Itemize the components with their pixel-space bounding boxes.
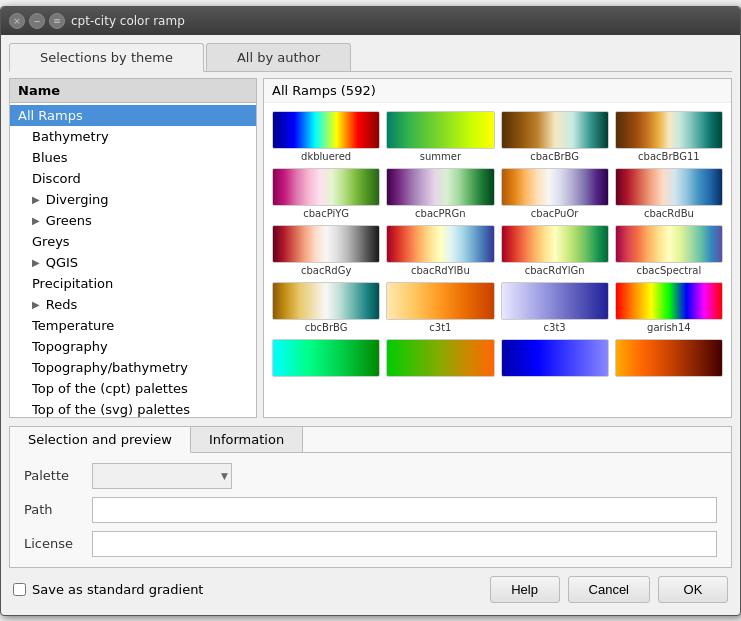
ramp-row5r2[interactable] [386, 339, 494, 379]
ramp-swatch [501, 168, 609, 206]
footer-buttons: Help Cancel OK [490, 576, 728, 603]
ramp-label: summer [420, 151, 461, 162]
ramp-row5r1[interactable] [272, 339, 380, 379]
ramp-cbacprgn[interactable]: cbacPRGn [386, 168, 494, 219]
path-label: Path [24, 502, 84, 517]
ramp-garish14[interactable]: garish14 [615, 282, 723, 333]
path-input[interactable] [92, 497, 717, 523]
titlebar: × − ≡ cpt-city color ramp [1, 7, 740, 35]
tree-item-top-cpt[interactable]: Top of the (cpt) palettes [10, 378, 256, 399]
save-standard-checkbox[interactable] [13, 583, 26, 596]
tree-item-top-svg[interactable]: Top of the (svg) palettes [10, 399, 256, 417]
arrow-icon: ▶ [32, 299, 40, 310]
tree-item-label: All Ramps [18, 108, 83, 123]
tree-item-reds[interactable]: ▶ Reds [10, 294, 256, 315]
ramp-cbacspectral[interactable]: cbacSpectral [615, 225, 723, 276]
tree-item-greens[interactable]: ▶ Greens [10, 210, 256, 231]
ramp-swatch [501, 339, 609, 377]
tree-item-temperature[interactable]: Temperature [10, 315, 256, 336]
ramp-swatch [386, 225, 494, 263]
license-row: License [24, 531, 717, 557]
close-button[interactable]: × [9, 13, 25, 29]
ramp-swatch [615, 282, 723, 320]
ramp-cbacrdylgn[interactable]: cbacRdYlGn [501, 225, 609, 276]
tab-by-theme[interactable]: Selections by theme [9, 43, 204, 72]
tree-item-label: Temperature [32, 318, 114, 333]
tree-item-precipitation[interactable]: Precipitation [10, 273, 256, 294]
tree-item-label: Reds [46, 297, 77, 312]
tree-item-label: Discord [32, 171, 81, 186]
ramp-swatch [615, 339, 723, 377]
ramp-label: cbacRdBu [644, 208, 694, 219]
ramp-row5r3[interactable] [501, 339, 609, 379]
save-checkbox-row: Save as standard gradient [13, 582, 482, 597]
ramp-cbacpiyg[interactable]: cbacPiYG [272, 168, 380, 219]
ok-button[interactable]: OK [658, 576, 728, 603]
ramp-summer[interactable]: summer [386, 111, 494, 162]
tab-information[interactable]: Information [191, 427, 303, 452]
ramp-label: cbcBrBG [305, 322, 348, 333]
tree-item-blues[interactable]: Blues [10, 147, 256, 168]
ramp-swatch [615, 225, 723, 263]
ramp-cbacpuor[interactable]: cbacPuOr [501, 168, 609, 219]
ramp-cbacrdgy[interactable]: cbacRdGy [272, 225, 380, 276]
tree-item-bathymetry[interactable]: Bathymetry [10, 126, 256, 147]
ramp-cbcbrbg[interactable]: cbcBrBG [272, 282, 380, 333]
ramp-label: cbacBrBG [530, 151, 579, 162]
minimize-button[interactable]: − [29, 13, 45, 29]
ramp-swatch [386, 282, 494, 320]
tree-item-greys[interactable]: Greys [10, 231, 256, 252]
license-input[interactable] [92, 531, 717, 557]
tree-item-label: Bathymetry [32, 129, 109, 144]
arrow-icon: ▶ [32, 257, 40, 268]
ramp-cbacrdylbu[interactable]: cbacRdYlBu [386, 225, 494, 276]
tab-by-author[interactable]: All by author [206, 43, 351, 71]
left-panel: Name All Ramps Bathymetry Blues Discord [9, 78, 257, 418]
tree-item-all-ramps[interactable]: All Ramps [10, 105, 256, 126]
tree-item-topography[interactable]: Topography [10, 336, 256, 357]
right-panel-header: All Ramps (592) [264, 79, 731, 103]
right-panel: All Ramps (592) dkbluered summer [263, 78, 732, 418]
ramps-scroll-area[interactable]: dkbluered summer cbacBrBG cbacBrBG1 [264, 103, 731, 417]
tree-item-label: Topography/bathymetry [32, 360, 188, 375]
ramp-cbacbrbg11[interactable]: cbacBrBG11 [615, 111, 723, 162]
arrow-icon: ▶ [32, 194, 40, 205]
tree-item-label: Topography [32, 339, 108, 354]
ramp-label: cbacPRGn [415, 208, 466, 219]
tree-item-label: Top of the (svg) palettes [32, 402, 190, 417]
tree-item-label: Greys [32, 234, 70, 249]
ramp-swatch [386, 168, 494, 206]
menu-button[interactable]: ≡ [49, 13, 65, 29]
ramp-cbacrdbu[interactable]: cbacRdBu [615, 168, 723, 219]
ramp-cbacbrbg[interactable]: cbacBrBG [501, 111, 609, 162]
tree-item-diverging[interactable]: ▶ Diverging [10, 189, 256, 210]
palette-select-wrapper: ▼ [92, 463, 232, 489]
ramp-swatch [272, 111, 380, 149]
ramp-c3t3[interactable]: c3t3 [501, 282, 609, 333]
ramp-dkbluered[interactable]: dkbluered [272, 111, 380, 162]
tab-selection-preview[interactable]: Selection and preview [10, 427, 191, 453]
ramp-label: garish14 [647, 322, 691, 333]
ramp-swatch [272, 339, 380, 377]
ramp-swatch [386, 339, 494, 377]
tree-item-qgis[interactable]: ▶ QGIS [10, 252, 256, 273]
ramp-swatch [386, 111, 494, 149]
top-tabs: Selections by theme All by author [9, 43, 732, 72]
ramp-label: cbacSpectral [636, 265, 701, 276]
ramp-swatch [615, 111, 723, 149]
ramp-c3t1[interactable]: c3t1 [386, 282, 494, 333]
tree-item-topography-bathymetry[interactable]: Topography/bathymetry [10, 357, 256, 378]
tree-item-label: Blues [32, 150, 68, 165]
ramp-row5r4[interactable] [615, 339, 723, 379]
tree-item-discord[interactable]: Discord [10, 168, 256, 189]
ramps-grid: dkbluered summer cbacBrBG cbacBrBG1 [264, 103, 731, 387]
main-window: × − ≡ cpt-city color ramp Selections by … [0, 6, 741, 616]
window-controls: × − ≡ [9, 13, 65, 29]
ramp-swatch [501, 282, 609, 320]
main-area: Name All Ramps Bathymetry Blues Discord [9, 78, 732, 418]
path-row: Path [24, 497, 717, 523]
palette-select[interactable] [92, 463, 232, 489]
help-button[interactable]: Help [490, 576, 560, 603]
tree-item-label: Precipitation [32, 276, 113, 291]
cancel-button[interactable]: Cancel [568, 576, 650, 603]
